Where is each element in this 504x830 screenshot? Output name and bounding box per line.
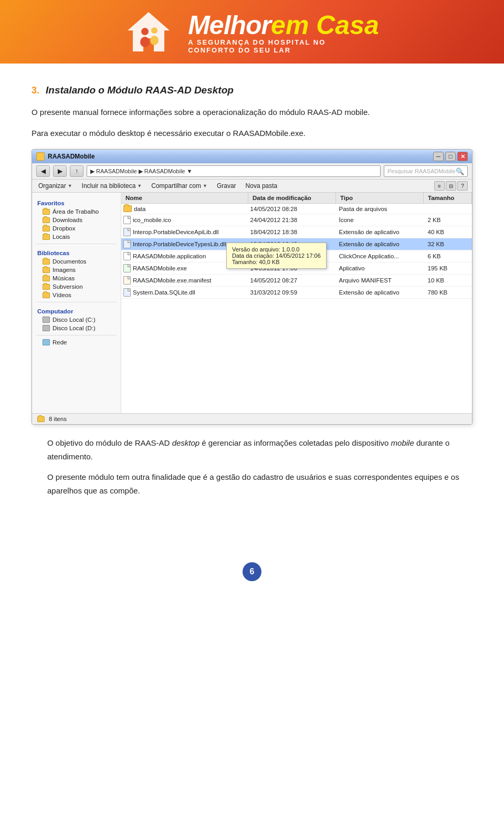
sidebar-item-rede[interactable]: Rede bbox=[32, 338, 121, 346]
table-row[interactable]: data 14/05/2012 08:28 Pasta de arquivos bbox=[121, 204, 472, 214]
sidebar-item-videos[interactable]: Vídeos bbox=[32, 291, 121, 299]
col-header-date[interactable]: Data de modificação bbox=[248, 193, 336, 203]
minimize-button[interactable]: ─ bbox=[433, 152, 444, 161]
col-header-name[interactable]: Nome bbox=[121, 193, 248, 203]
sidebar-item-subversion[interactable]: Subversion bbox=[32, 282, 121, 291]
table-row[interactable]: System.Data.SQLite.dll 31/03/2012 09:59 … bbox=[121, 287, 472, 299]
toolbar-compartilhar-label: Compartilhar com bbox=[151, 182, 201, 190]
file-type: Ícone bbox=[335, 215, 424, 225]
file-size: 32 KB bbox=[424, 239, 472, 249]
search-icon[interactable]: 🔍 bbox=[456, 167, 464, 175]
folder-icon bbox=[43, 234, 50, 240]
sidebar-divider-1 bbox=[36, 244, 117, 244]
bottom-text: O objetivo do módulo de RAAS-AD desktop … bbox=[32, 436, 472, 497]
sidebar-item-downloads[interactable]: Downloads bbox=[32, 216, 121, 224]
sidebar-item-disco-d[interactable]: Disco Local (D:) bbox=[32, 324, 121, 332]
toolbar-gravar-label: Gravar bbox=[217, 182, 236, 190]
address-bar[interactable]: ▶ RAASADMobile ▶ RAASADMobile ▼ bbox=[87, 165, 381, 177]
tooltip-line2: Data da criação: 14/05/2012 17:06 bbox=[232, 253, 321, 259]
svg-point-3 bbox=[151, 27, 158, 34]
file-type: Extensão de aplicativo bbox=[335, 239, 424, 249]
titlebar-controls[interactable]: ─ □ ✕ bbox=[433, 152, 468, 161]
sidebar-label-subversion: Subversion bbox=[52, 283, 83, 290]
file-date: 31/03/2012 09:59 bbox=[246, 288, 335, 297]
toolbar-biblioteca[interactable]: Incluir na biblioteca ▼ bbox=[80, 181, 144, 191]
toolbar-biblioteca-label: Incluir na biblioteca bbox=[82, 182, 136, 190]
forward-button[interactable]: ▶ bbox=[53, 165, 67, 177]
dll-icon bbox=[123, 288, 131, 297]
toolbar-organizar[interactable]: Organizar ▼ bbox=[36, 181, 75, 191]
file-name: System.Data.SQLite.dll bbox=[133, 289, 195, 296]
back-button[interactable]: ◀ bbox=[36, 165, 50, 177]
file-date: 24/04/2012 21:38 bbox=[246, 215, 335, 225]
maximize-button[interactable]: □ bbox=[445, 152, 456, 161]
file-size: 10 KB bbox=[424, 276, 472, 285]
table-row[interactable]: ico_mobile.ico 24/04/2012 21:38 Ícone 2 … bbox=[121, 214, 472, 226]
file-size: 195 KB bbox=[424, 264, 472, 273]
italic-mobile: mobile bbox=[391, 438, 414, 447]
header-melhor: Melhor bbox=[188, 10, 271, 40]
view-controls[interactable]: ≡ ⊟ ? bbox=[434, 181, 468, 191]
list-view-button[interactable]: ≡ bbox=[434, 181, 445, 191]
sidebar-item-locais[interactable]: Locais bbox=[32, 233, 121, 241]
italic-desktop: desktop bbox=[172, 438, 200, 447]
sidebar-item-documentos[interactable]: Documentos bbox=[32, 257, 121, 266]
dll-icon bbox=[123, 228, 131, 236]
address-text: ▶ RAASADMobile ▶ RAASADMobile ▼ bbox=[90, 168, 192, 175]
table-row[interactable]: Interop.PortableDeviceApiLib.dll 18/04/2… bbox=[121, 226, 472, 238]
header-brand: Melhor em Casa bbox=[188, 10, 379, 40]
file-size: 6 KB bbox=[424, 251, 472, 261]
main-content: 3. Instalando o Módulo RAAS-AD Desktop O… bbox=[0, 64, 504, 531]
help-button[interactable]: ? bbox=[457, 181, 468, 191]
folder-icon bbox=[123, 205, 132, 212]
paragraph-1: O presente manual fornece informações so… bbox=[32, 106, 472, 119]
toolbar-gravar[interactable]: Gravar bbox=[215, 181, 238, 191]
sidebar-item-disco-c[interactable]: Disco Local (C:) bbox=[32, 316, 121, 324]
sidebar-item-area-trabalho[interactable]: Área de Trabalho bbox=[32, 207, 121, 216]
file-name: ico_mobile.ico bbox=[133, 217, 171, 223]
sidebar-label-dropbox: Dropbox bbox=[52, 225, 75, 232]
exe-icon bbox=[123, 264, 131, 272]
para2-text: Para executar o módulo desktop é necessá… bbox=[32, 129, 306, 138]
table-row[interactable]: RAASADMobile.exe.manifest 14/05/2012 08:… bbox=[121, 275, 472, 287]
col-header-size[interactable]: Tamanho bbox=[424, 193, 472, 203]
file-name: RAASADMobile.exe.manifest bbox=[133, 277, 212, 283]
header-title-block: Melhor em Casa A SEGURANÇA DO HOSPITAL N… bbox=[188, 10, 379, 54]
col-header-type[interactable]: Tipo bbox=[336, 193, 424, 203]
sidebar-item-dropbox[interactable]: Dropbox bbox=[32, 224, 121, 233]
explorer-sidebar: Favoritos Área de Trabalho Downloads Dro… bbox=[32, 193, 121, 413]
page-number: 6 bbox=[243, 562, 261, 581]
search-box[interactable]: Pesquisar RAASADMobile 🔍 bbox=[384, 165, 468, 177]
explorer-toolbar: Organizar ▼ Incluir na biblioteca ▼ Comp… bbox=[32, 180, 472, 193]
header-sub2: CONFORTO DO SEU LAR bbox=[188, 46, 291, 54]
sidebar-label-documentos: Documentos bbox=[52, 258, 87, 265]
paragraph-2: Para executar o módulo desktop é necessá… bbox=[32, 127, 472, 140]
file-name: RAASADMobile.exe bbox=[133, 265, 187, 271]
header-emcasa: em Casa bbox=[271, 10, 379, 40]
file-date: 18/04/2012 18:38 bbox=[246, 227, 335, 237]
folder-icon bbox=[43, 209, 50, 215]
sidebar-label-locais: Locais bbox=[52, 234, 70, 240]
explorer-screenshot: RAASADMobile ─ □ ✕ ◀ ▶ ↑ ▶ RAASADMobile … bbox=[32, 149, 472, 425]
svg-marker-0 bbox=[128, 12, 170, 51]
sidebar-item-musicas[interactable]: Músicas bbox=[32, 274, 121, 282]
table-row[interactable]: Interop.PortableDeviceTypesLib.dll 18/04… bbox=[121, 238, 472, 250]
statusbar-folder-icon bbox=[37, 416, 45, 422]
up-button[interactable]: ↑ bbox=[70, 165, 83, 177]
computer-section-label: Computador bbox=[32, 305, 121, 316]
file-type: ClickOnce Applicatio... bbox=[335, 251, 424, 261]
header-sub1: A SEGURANÇA DO HOSPITAL NO bbox=[188, 38, 326, 46]
file-size: 40 KB bbox=[424, 227, 472, 237]
file-size: 2 KB bbox=[424, 215, 472, 225]
toolbar-compartilhar[interactable]: Compartilhar com ▼ bbox=[149, 181, 209, 191]
sidebar-label-area-trabalho: Área de Trabalho bbox=[52, 208, 99, 215]
sidebar-label-rede: Rede bbox=[52, 339, 67, 345]
sidebar-item-imagens[interactable]: Imagens bbox=[32, 266, 121, 274]
toolbar-novapasta[interactable]: Nova pasta bbox=[244, 181, 280, 191]
empty-area bbox=[121, 299, 472, 413]
network-icon bbox=[43, 339, 50, 345]
file-name: Interop.PortableDeviceApiLib.dll bbox=[133, 229, 219, 235]
tooltip-line1: Versão do arquivo: 1.0.0.0 bbox=[232, 246, 321, 253]
details-view-button[interactable]: ⊟ bbox=[446, 181, 456, 191]
close-button[interactable]: ✕ bbox=[457, 152, 468, 161]
